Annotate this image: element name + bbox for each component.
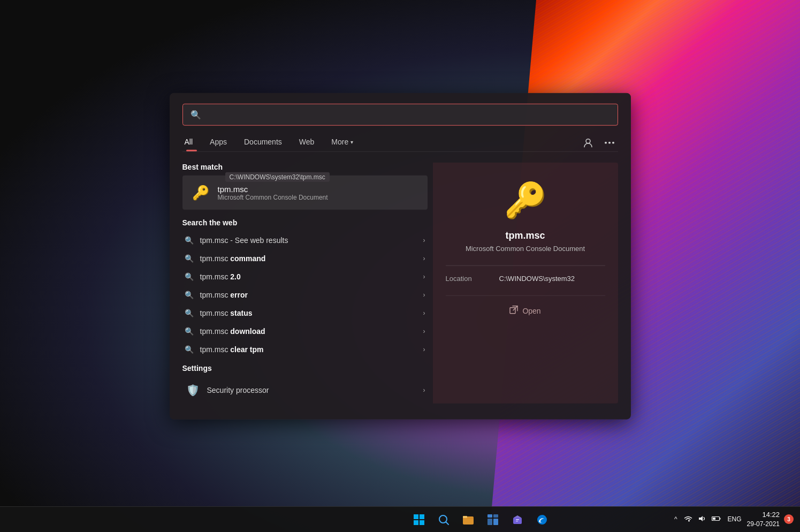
taskbar-teams-button[interactable]	[507, 509, 528, 530]
user-icon	[583, 138, 593, 148]
best-match-item[interactable]: C:\WINDOWS\system32\tpm.msc 🔑 tpm.msc Mi…	[182, 176, 428, 210]
web-search-item-2[interactable]: 🔍 tpm.msc command ›	[182, 249, 428, 268]
taskbar-explorer-button[interactable]	[458, 509, 479, 530]
web-search-section: Search the web 🔍 tpm.msc - See web resul…	[182, 218, 428, 359]
search-sm-icon: 🔍	[185, 236, 194, 245]
chevron-right-settings: ›	[423, 386, 425, 394]
tab-apps[interactable]: Apps	[201, 134, 235, 151]
left-panel: Best match C:\WINDOWS\system32\tpm.msc 🔑…	[182, 163, 428, 404]
right-panel-title: tpm.msc	[505, 230, 545, 241]
more-options-button[interactable]	[601, 134, 618, 151]
battery-icon[interactable]	[711, 514, 722, 525]
svg-point-2	[608, 142, 611, 144]
svg-point-21	[537, 515, 547, 525]
svg-rect-6	[420, 514, 424, 519]
web-search-item-4[interactable]: 🔍 tpm.msc error ›	[182, 286, 428, 304]
search-panel: 🔍 tpm.msc All Apps Documents Web More ▾	[170, 93, 631, 420]
tab-icons-area	[580, 134, 618, 151]
open-button[interactable]: Open	[509, 302, 540, 320]
taskbar-search-button[interactable]	[433, 509, 454, 530]
taskbar-time: 14:22	[747, 510, 780, 520]
search-sm-icon-5: 🔍	[185, 309, 194, 317]
edge-icon	[536, 514, 548, 526]
notification-badge[interactable]: 3	[784, 514, 794, 524]
svg-rect-5	[414, 514, 418, 519]
svg-rect-12	[463, 516, 467, 518]
search-icon: 🔍	[191, 110, 201, 120]
chevron-right-icon-4: ›	[423, 291, 425, 299]
content-area: Best match C:\WINDOWS\system32\tpm.msc 🔑…	[182, 163, 618, 404]
divider-2	[446, 295, 605, 296]
meta-location-value: C:\WINDOWS\system32	[499, 275, 575, 283]
tab-documents[interactable]: Documents	[235, 134, 291, 151]
svg-rect-24	[713, 518, 715, 520]
windows-start-icon	[413, 514, 425, 526]
taskbar: ^ ENG	[0, 506, 800, 532]
search-input[interactable]: tpm.msc	[207, 110, 610, 119]
tab-more[interactable]: More ▾	[323, 134, 362, 151]
svg-rect-16	[493, 519, 498, 525]
more-options-icon	[605, 142, 614, 144]
svg-rect-13	[487, 514, 492, 518]
chevron-right-icon-3: ›	[423, 273, 425, 280]
language-indicator[interactable]: ENG	[727, 514, 743, 524]
key-large-icon: 🔑	[504, 180, 547, 220]
search-sm-icon-3: 🔍	[185, 272, 194, 281]
taskbar-center	[248, 509, 553, 530]
svg-point-3	[612, 142, 614, 144]
web-search-item-text-2: tpm.msc command	[200, 254, 423, 263]
web-search-item-6[interactable]: 🔍 tpm.msc download ›	[182, 322, 428, 340]
taskbar-clock[interactable]: 14:22 29-07-2021	[747, 510, 780, 529]
search-sm-icon-2: 🔍	[185, 254, 194, 263]
web-search-item-text-4: tpm.msc error	[200, 291, 423, 299]
shield-icon: 🛡️	[185, 382, 202, 399]
web-search-item-text-3: tpm.msc 2.0	[200, 272, 423, 281]
svg-rect-25	[720, 518, 721, 520]
best-match-subtitle: Microsoft Common Console Document	[218, 193, 328, 201]
web-search-item-7[interactable]: 🔍 tpm.msc clear tpm ›	[182, 340, 428, 359]
chevron-right-icon-7: ›	[423, 346, 425, 353]
web-search-item-text-7: tpm.msc clear tpm	[200, 345, 423, 354]
taskbar-edge-button[interactable]	[531, 509, 553, 530]
open-icon	[509, 306, 518, 316]
best-match-header: Best match	[182, 163, 428, 171]
chevron-down-icon: ▾	[351, 139, 353, 145]
svg-rect-8	[420, 520, 424, 525]
right-panel: 🔑 tpm.msc Microsoft Common Console Docum…	[433, 163, 618, 404]
tray-chevron-button[interactable]: ^	[672, 513, 680, 525]
right-panel-app-icon: 🔑	[504, 179, 547, 222]
web-search-item-text-1: tpm.msc - See web results	[200, 236, 423, 245]
web-search-item-3[interactable]: 🔍 tpm.msc 2.0 ›	[182, 268, 428, 286]
search-sm-icon-6: 🔍	[185, 327, 194, 336]
tab-web[interactable]: Web	[291, 134, 323, 151]
svg-marker-22	[699, 516, 703, 521]
svg-rect-14	[493, 514, 498, 518]
settings-item-security-processor[interactable]: 🛡️ Security processor ›	[182, 377, 428, 404]
web-search-item-5[interactable]: 🔍 tpm.msc status ›	[182, 304, 428, 322]
web-search-item-text-6: tpm.msc download	[200, 327, 423, 336]
right-panel-subtitle: Microsoft Common Console Document	[466, 245, 585, 253]
volume-icon[interactable]	[697, 514, 707, 525]
open-label: Open	[522, 307, 540, 315]
web-search-item-text-5: tpm.msc status	[200, 309, 423, 317]
search-box: 🔍 tpm.msc	[182, 104, 618, 126]
user-icon-button[interactable]	[580, 134, 597, 151]
web-search-item-1[interactable]: 🔍 tpm.msc - See web results ›	[182, 231, 428, 249]
web-search-header: Search the web	[182, 218, 428, 227]
svg-marker-18	[514, 515, 521, 518]
settings-item-label: Security processor	[207, 386, 269, 394]
svg-rect-15	[487, 519, 492, 525]
settings-section: Settings 🛡️ Security processor ›	[182, 364, 428, 404]
teams-icon	[512, 514, 523, 526]
svg-rect-20	[516, 521, 518, 522]
tab-all[interactable]: All	[182, 134, 202, 151]
meta-location: Location C:\WINDOWS\system32	[446, 275, 605, 283]
wifi-icon[interactable]	[683, 514, 694, 525]
taskbar-widgets-button[interactable]	[482, 509, 504, 530]
taskbar-date: 29-07-2021	[747, 520, 780, 529]
svg-line-10	[446, 522, 448, 525]
best-match-info: tpm.msc Microsoft Common Console Documen…	[218, 184, 328, 201]
svg-rect-19	[516, 519, 519, 520]
taskbar-start-button[interactable]	[408, 509, 430, 530]
search-sm-icon-4: 🔍	[185, 291, 194, 299]
